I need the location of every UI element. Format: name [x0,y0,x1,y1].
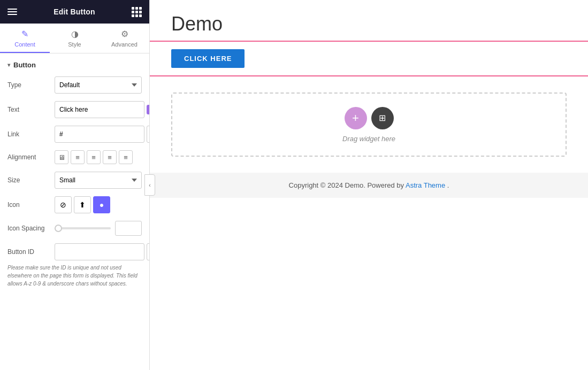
panel-title: Edit Button [54,7,95,16]
size-row: Size Extra Small Small Medium Large Extr… [7,172,142,189]
button-id-control: ☰ [55,243,149,260]
icon-upload-btn[interactable]: ⬆ [74,196,91,213]
icon-circle-btn[interactable]: ● [93,196,110,213]
alignment-label: Alignment [7,153,50,161]
icon-spacing-control [55,221,142,236]
icon-control: ⊘ ⬆ ● [55,196,142,213]
text-row: Text ☰ [7,101,142,118]
button-id-label: Button ID [7,248,50,256]
drag-label: Drag widget here [342,135,395,143]
link-row: Link ⚙ ☰ [7,126,142,143]
drag-buttons: + [345,107,394,129]
link-input[interactable] [55,126,144,143]
align-justify-btn[interactable]: ≡ [119,150,133,164]
type-label: Type [7,81,50,89]
button-id-input[interactable] [55,243,144,260]
top-bar: Edit Button [0,0,149,24]
tab-style[interactable]: ◑ Style [50,24,100,53]
dynamic-tag-icon[interactable] [147,105,149,114]
slider-track[interactable] [55,227,111,229]
type-select[interactable]: Default Info Success Warning Danger [55,76,142,94]
align-center-btn[interactable]: ≡ [87,150,101,164]
icon-spacing-label: Icon Spacing [7,225,50,232]
button-section: CLICK HERE [150,41,588,76]
click-here-button[interactable]: CLICK HERE [171,49,245,68]
button-id-wrap: ☰ [55,243,149,260]
hamburger-icon[interactable] [7,9,17,15]
icon-label: Icon [7,201,50,209]
button-area: CLICK HERE [150,42,588,75]
collapse-handle[interactable]: ‹ [144,174,155,196]
icon-spacing-row: Icon Spacing [7,221,142,236]
icon-options: ⊘ ⬆ ● [55,196,110,213]
canvas: Demo CLICK HERE + Drag widget here Copyr… [150,0,588,370]
alignment-monitor-icon[interactable]: 🖥 [55,150,68,164]
tab-advanced-label: Advanced [111,41,138,48]
section-header: ▾ Button [7,61,142,69]
widget-options-button[interactable] [371,107,394,129]
pink-line-bottom [150,75,588,76]
alignment-row: Alignment 🖥 ≡ ≡ ≡ ≡ [7,150,142,164]
footer-text: Copyright © 2024 Demo. Powered by [289,181,406,189]
page-footer: Copyright © 2024 Demo. Powered by Astra … [150,173,588,198]
text-input[interactable] [55,101,144,118]
page-title: Demo [171,13,567,35]
tab-content[interactable]: ✎ Content [0,24,50,53]
drag-content: + Drag widget here [342,107,395,143]
add-widget-button[interactable]: + [345,107,367,129]
type-row: Type Default Info Success Warning Danger [7,76,142,94]
tab-style-label: Style [68,41,81,48]
panel-tabs: ✎ Content ◑ Style ⚙ Advanced [0,24,149,53]
align-left-btn[interactable]: ≡ [71,150,85,164]
helper-text: Please make sure the ID is unique and no… [7,264,142,288]
icon-row: Icon ⊘ ⬆ ● [7,196,142,213]
size-label: Size [7,176,50,184]
size-select[interactable]: Extra Small Small Medium Large Extra Lar… [55,172,142,189]
link-label: Link [7,130,50,138]
icon-none-btn[interactable]: ⊘ [55,196,72,213]
panel-body: ▾ Button Type Default Info Success Warni… [0,53,149,370]
text-label: Text [7,106,50,113]
tab-content-label: Content [14,41,35,48]
size-control: Extra Small Small Medium Large Extra Lar… [55,172,142,189]
right-wrapper: ‹ Demo CLICK HERE + Drag widget here [150,0,588,370]
content-tab-icon: ✎ [21,29,28,39]
chevron-down-icon: ▾ [7,62,10,68]
grid-icon[interactable] [132,7,142,17]
advanced-tab-icon: ⚙ [121,29,128,39]
link-settings-icon[interactable]: ⚙ [147,126,149,143]
alignment-control: 🖥 ≡ ≡ ≡ ≡ [55,150,142,164]
left-panel: Edit Button ✎ Content ◑ Style ⚙ Advanced… [0,0,150,370]
page-header: Demo [150,0,588,41]
link-control: ⚙ ☰ [55,126,149,143]
tab-advanced[interactable]: ⚙ Advanced [100,24,149,53]
align-right-btn[interactable]: ≡ [103,150,117,164]
footer-suffix: . [447,181,449,189]
text-control: ☰ [55,101,149,118]
button-id-align-icon[interactable]: ☰ [147,243,149,260]
slider-row [55,221,142,236]
drag-area[interactable]: + Drag widget here [171,92,567,157]
slider-thumb[interactable] [55,225,62,232]
footer-link[interactable]: Astra Theme [406,181,445,189]
button-id-row: Button ID ☰ [7,243,142,260]
slider-value-input[interactable] [115,221,142,236]
style-tab-icon: ◑ [71,29,79,39]
type-control: Default Info Success Warning Danger [55,76,142,94]
section-label: Button [13,61,36,69]
